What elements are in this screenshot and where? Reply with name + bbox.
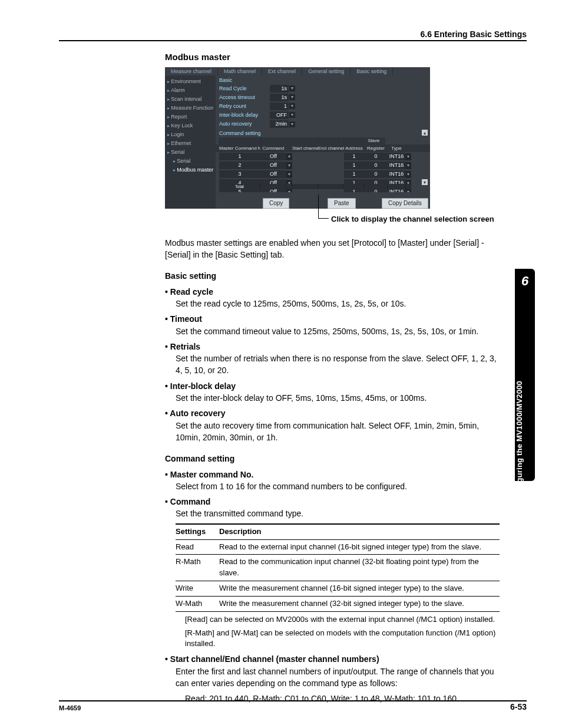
chevron-down-icon[interactable]: ▾ [286, 162, 292, 169]
side-scan[interactable]: Scan interval [167, 95, 213, 104]
cell-reg[interactable]: 0 [364, 153, 388, 160]
read-cycle-value[interactable]: 1s [270, 85, 289, 93]
chapter-number: 6 [515, 274, 535, 289]
delay-dropdown-icon[interactable]: ▾ [289, 112, 295, 118]
cell-no[interactable]: 3 [219, 170, 260, 178]
tab-general[interactable]: General setting [302, 67, 351, 75]
paste-button[interactable]: Paste [328, 198, 356, 209]
channels-line: Read: 201 to 440, R-Math: C01 to C60, Wr… [185, 693, 501, 704]
timeout-dropdown-icon[interactable]: ▾ [289, 94, 295, 100]
tab-math[interactable]: Math channel [218, 67, 262, 75]
cell-cmd[interactable]: Off [260, 153, 286, 160]
basic-setting-list: Read cycleSet the read cycle to 125ms, 2… [165, 286, 501, 444]
cell-cmd[interactable]: Off [260, 170, 286, 178]
chevron-down-icon[interactable]: ▾ [286, 153, 292, 160]
command-type-table: Settings Description ReadRead to the ext… [176, 523, 500, 612]
cmd-note-1: [Read] can be selected on MV2000s with t… [185, 614, 501, 625]
command-table-head: Master Command No. Command Start channel… [216, 144, 430, 153]
tab-measure[interactable]: Measure channel [165, 67, 218, 75]
th-end: End channel [318, 145, 344, 152]
cell-no[interactable]: 1 [219, 153, 260, 160]
item-name: Read cycle [165, 287, 213, 297]
side-login[interactable]: Login [167, 130, 213, 139]
footer-doc-id: M-4659 [59, 704, 81, 711]
chevron-down-icon[interactable]: ▾ [286, 171, 292, 178]
side-eth[interactable]: Ethernet [167, 139, 213, 148]
cell-reg[interactable]: 0 [364, 162, 388, 169]
chevron-down-icon[interactable]: ▾ [405, 162, 411, 169]
recovery-dropdown-icon[interactable]: ▾ [289, 121, 295, 127]
channels-list: Start channel/End channel (master channe… [165, 653, 501, 689]
cell-no[interactable]: 2 [219, 162, 260, 169]
header-rule [59, 40, 527, 41]
tab-ext[interactable]: Ext channel [262, 67, 302, 75]
item-desc: Select from 1 to 16 for the command numb… [176, 480, 501, 492]
chevron-down-icon[interactable]: ▾ [405, 171, 411, 178]
cell-cmd[interactable]: Off [260, 162, 286, 169]
cell-addr[interactable]: 1 [344, 170, 364, 178]
cell-addr[interactable]: 1 [344, 153, 364, 160]
callout: Click to display the channel selection s… [165, 212, 501, 232]
cell-addr[interactable]: 1 [344, 162, 364, 169]
item-desc: Set the transmitted command type. [176, 508, 501, 519]
item-name: Auto recovery [165, 409, 225, 418]
retrials-value[interactable]: 1 [270, 103, 289, 110]
basic-section-label: Basic [216, 75, 430, 84]
side-serial[interactable]: Serial [167, 148, 213, 157]
table-row: 3Off▾10INT16▾ [216, 170, 430, 179]
cmd-th-settings: Settings [176, 524, 219, 539]
tab-basic[interactable]: Basic setting [351, 67, 393, 75]
timeout-label: Access timeout [219, 94, 270, 101]
retrials-dropdown-icon[interactable]: ▾ [289, 103, 295, 109]
total-label: Total [219, 184, 260, 189]
slave-label: Slave [362, 137, 385, 144]
side-report[interactable]: Report [167, 113, 213, 121]
list-item: Inter-block delaySet the inter-block del… [165, 380, 501, 404]
cell-type[interactable]: INT16 [388, 170, 405, 178]
list-item: TimeoutSet the command timeout value to … [165, 313, 501, 337]
scroll-down-icon[interactable]: ▾ [422, 179, 428, 185]
cell-type[interactable]: INT16 [388, 153, 405, 160]
item-name: Command [165, 497, 210, 506]
read-cycle-row: Read Cycle 1s ▾ [216, 84, 430, 93]
retrials-label: Retry count [219, 103, 270, 110]
copy-details-button[interactable]: Copy Details [382, 198, 428, 209]
timeout-value[interactable]: 1s [270, 94, 289, 101]
recovery-row: Auto recovery 2min ▾ [216, 120, 430, 129]
side-alarm[interactable]: Alarm [167, 86, 213, 95]
read-cycle-dropdown-icon[interactable]: ▾ [289, 85, 295, 91]
side-modbus[interactable]: Modbus master [167, 166, 213, 174]
th-addr: Address [344, 145, 364, 152]
table-row: 1Off▾10INT16▾ [216, 152, 430, 161]
settings-window: Measure channel Math channel Ext channel… [165, 67, 430, 209]
footer-page-number: 6-53 [510, 702, 527, 711]
modbus-master-heading: Modbus master [165, 51, 501, 64]
delay-value[interactable]: OFF [270, 111, 289, 119]
command-setting-list: Master command No.Select from 1 to 16 fo… [165, 469, 501, 520]
item-desc: Set the read cycle to 125ms, 250ms, 500m… [176, 298, 501, 309]
cell-desc: Read to the communication input channel … [219, 555, 500, 581]
cell-type[interactable]: INT16 [388, 162, 405, 169]
cmd-note-2: [R-Math] and [W-Mat] can be selected on … [185, 628, 501, 650]
cell-desc: Read to the external input channel (16-b… [219, 539, 500, 555]
th-cmd: Command [260, 145, 286, 152]
side-mfunc[interactable]: Measure Function [167, 104, 213, 113]
copy-button[interactable]: Copy [263, 198, 289, 209]
item-desc: Set the number of retrials when there is… [176, 353, 501, 377]
cell-setting: Write [176, 581, 219, 597]
command-section-label: Command setting [216, 129, 430, 137]
item-desc: Set the command timeout value to 125ms, … [176, 325, 501, 337]
read-cycle-label: Read Cycle [219, 85, 270, 93]
side-serial2[interactable]: Serial [167, 157, 213, 166]
chevron-down-icon[interactable]: ▾ [405, 153, 411, 160]
cell-reg[interactable]: 0 [364, 170, 388, 178]
item-desc: Set the auto recovery time from communic… [176, 420, 501, 444]
scroll-up-icon[interactable]: ▴ [422, 130, 428, 136]
chapter-thumb-tab: 6 Configuring the MV1000/MV2000 [515, 269, 535, 481]
side-env[interactable]: Environment [167, 77, 213, 86]
channels-name: Start channel/End channel (master channe… [165, 654, 379, 664]
recovery-value[interactable]: 2min [270, 120, 289, 128]
header-section: 6.6 Entering Basic Settings [421, 29, 527, 39]
slave-superheader: Slave [216, 137, 430, 144]
side-key[interactable]: Key Lock [167, 121, 213, 130]
